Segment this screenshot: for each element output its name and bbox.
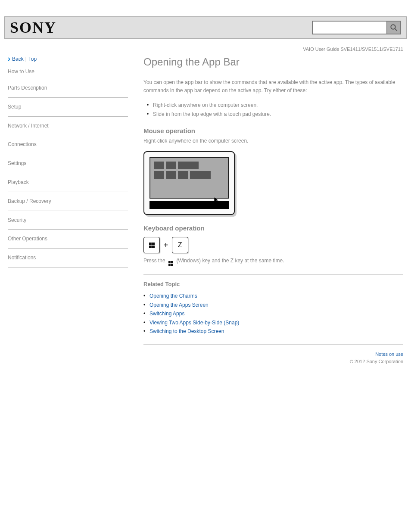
sidebar-item-other[interactable]: Other Operations <box>8 230 128 249</box>
screen-area <box>149 157 229 199</box>
page-title: Opening the App Bar <box>143 56 403 68</box>
chevron-right-icon: › <box>8 54 10 63</box>
related-link-4[interactable]: Viewing Two Apps Side-by-Side (Snap) <box>143 318 403 327</box>
plus-icon: + <box>163 240 168 250</box>
mouse-body: Right-click anywhere on the computer scr… <box>143 137 403 145</box>
sidebar-item-notifications[interactable]: Notifications <box>8 249 128 268</box>
related-link-5[interactable]: Switching to the Desktop Screen <box>143 327 403 336</box>
z-key-icon: Z <box>172 237 188 253</box>
windows-logo-icon <box>149 243 155 248</box>
kb-body-pre: Press the <box>143 258 167 264</box>
sidebar-item-parts[interactable]: Parts Description <box>8 79 128 98</box>
search-button[interactable] <box>387 21 401 34</box>
app-bar-icon <box>149 201 229 209</box>
notes-link[interactable]: Notes on use <box>375 352 403 357</box>
related-link-3[interactable]: Switching Apps <box>143 309 403 318</box>
separator-1 <box>143 274 403 275</box>
sony-logo: SONY <box>10 19 56 37</box>
tile-grid-icon <box>154 162 211 179</box>
mouse-illustration <box>143 151 235 215</box>
intro-bullet-1: Right-click anywhere on the computer scr… <box>147 101 403 109</box>
mouse-heading: Mouse operation <box>143 127 403 134</box>
footer-right: Notes on use <box>143 351 403 357</box>
intro-bullets: Right-click anywhere on the computer scr… <box>147 101 403 118</box>
search-icon <box>390 24 398 31</box>
breadcrumb-top[interactable]: Top <box>28 56 37 62</box>
related-heading: Related Topic <box>143 281 403 287</box>
sidebar-item-connections[interactable]: Connections <box>8 135 128 154</box>
sidebar-item-settings[interactable]: Settings <box>8 154 128 173</box>
related-link-1[interactable]: Opening the Charms <box>143 292 403 300</box>
kb-heading: Keyboard operation <box>143 224 403 232</box>
sidebar-category: How to Use <box>8 68 128 75</box>
breadcrumb-back[interactable]: Back <box>12 56 24 62</box>
intro-bullet-2: Slide in from the top edge with a touch … <box>147 110 403 118</box>
sidebar-item-setup[interactable]: Setup <box>8 98 128 117</box>
sidebar-item-playback[interactable]: Playback <box>8 173 128 192</box>
svg-point-0 <box>391 25 395 29</box>
sidebar-item-network[interactable]: Network / Internet <box>8 117 128 136</box>
sidebar-item-backup[interactable]: Backup / Recovery <box>8 192 128 211</box>
main-content: Opening the App Bar You can open the app… <box>135 54 403 364</box>
sidebar: › Back | Top How to Use Parts Descriptio… <box>8 54 135 364</box>
copyright: © 2012 Sony Corporation <box>143 359 403 364</box>
intro-paragraph: You can open the app bar to show the com… <box>143 78 403 95</box>
related-link-2[interactable]: Opening the Apps Screen <box>143 301 403 309</box>
breadcrumb-sep: | <box>25 56 27 62</box>
windows-key-icon <box>143 237 160 253</box>
kb-body-post: (Windows) key and the Z key at the same … <box>176 258 284 264</box>
sidebar-item-security[interactable]: Security <box>8 211 128 230</box>
kb-body: Press the (Windows) key and the Z key at… <box>143 257 403 266</box>
key-combo: + Z <box>143 237 403 253</box>
breadcrumb: › Back | Top <box>8 54 128 63</box>
search-wrapper <box>312 21 401 34</box>
inline-windows-icon <box>168 261 173 266</box>
page-header: SONY <box>4 16 407 39</box>
search-input[interactable] <box>312 21 387 34</box>
model-line: VAIO User Guide SVE1411/SVE1511/SVE1711 <box>0 47 403 52</box>
svg-line-1 <box>395 28 397 31</box>
separator-2 <box>143 344 403 345</box>
